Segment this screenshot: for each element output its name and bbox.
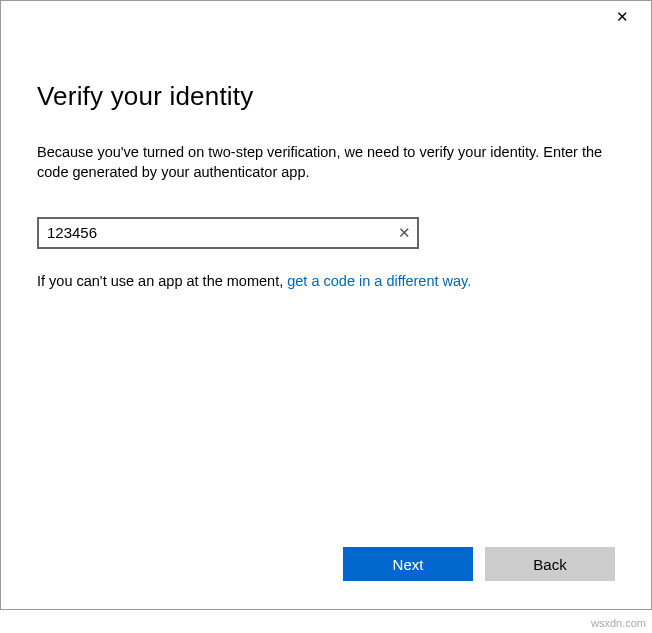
code-input-wrapper: ✕ [37, 217, 419, 249]
back-button[interactable]: Back [485, 547, 615, 581]
next-button[interactable]: Next [343, 547, 473, 581]
code-input[interactable] [37, 217, 419, 249]
titlebar: ✕ [1, 1, 651, 31]
close-icon[interactable]: ✕ [608, 5, 637, 28]
footer-buttons: Next Back [343, 547, 615, 581]
dialog-content: Verify your identity Because you've turn… [1, 31, 651, 609]
verify-identity-dialog: ✕ Verify your identity Because you've tu… [0, 0, 652, 610]
alternate-method-text: If you can't use an app at the moment, g… [37, 273, 615, 289]
page-title: Verify your identity [37, 81, 615, 112]
watermark-text: wsxdn.com [591, 617, 646, 629]
description-text: Because you've turned on two-step verifi… [37, 142, 615, 183]
alt-prefix-text: If you can't use an app at the moment, [37, 273, 287, 289]
get-code-different-way-link[interactable]: get a code in a different way. [287, 273, 471, 289]
clear-input-icon[interactable]: ✕ [398, 224, 411, 242]
